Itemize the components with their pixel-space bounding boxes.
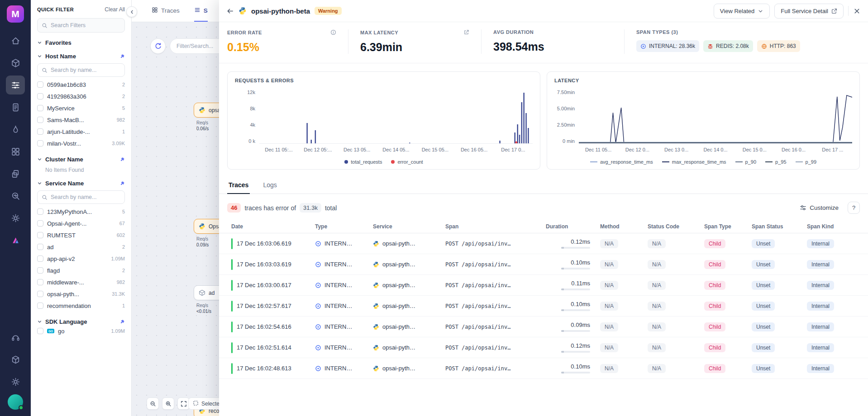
span-type-badge[interactable]: HTTP: 863 — [757, 40, 800, 52]
pin-icon[interactable] — [119, 319, 125, 325]
table-row[interactable]: 17 Dec 16:02:51.614INTERN…opsai-pyth…POS… — [219, 337, 868, 358]
column-header[interactable]: Service — [373, 223, 445, 230]
pin-icon[interactable] — [119, 181, 125, 186]
filter-item[interactable]: milan-Vostr...3.09K — [37, 137, 125, 149]
view-related-button[interactable]: View Related — [714, 4, 770, 19]
column-header[interactable]: Status Code — [648, 223, 704, 230]
filter-item[interactable]: 41929863a3062 — [37, 90, 125, 102]
favorites-section-header[interactable]: Favorites — [37, 39, 125, 46]
checkbox[interactable] — [37, 93, 43, 99]
back-button[interactable] — [226, 7, 234, 15]
filter-item[interactable]: RUMTEST602 — [37, 229, 125, 241]
filter-item[interactable]: Sams-MacB...982 — [37, 114, 125, 126]
checkbox[interactable] — [37, 255, 43, 262]
checkbox[interactable] — [37, 244, 43, 250]
filter-item[interactable]: opsai-pyth...31.3K — [37, 288, 125, 300]
logs-icon[interactable] — [6, 98, 25, 117]
user-avatar[interactable] — [8, 394, 23, 410]
filter-item[interactable]: arjun-Latitude-...1 — [37, 126, 125, 137]
help-button[interactable]: ? — [848, 202, 860, 214]
pin-icon[interactable] — [119, 54, 125, 59]
legend-item[interactable]: p_90 — [735, 159, 756, 165]
checkbox[interactable] — [37, 220, 43, 227]
checkbox[interactable] — [37, 303, 43, 309]
line-plot[interactable] — [579, 90, 852, 144]
search-by-name-input[interactable] — [51, 194, 120, 200]
filter-section-header[interactable]: Service Name — [37, 180, 125, 187]
expand-icon[interactable] — [463, 29, 469, 35]
column-header[interactable]: Method — [600, 223, 648, 230]
filter-item[interactable]: 123MyPythonA...5 — [37, 206, 125, 217]
dashboards-icon[interactable] — [6, 142, 25, 161]
column-header[interactable]: Date — [231, 223, 315, 230]
info-icon[interactable] — [330, 29, 336, 35]
table-row[interactable]: 17 Dec 16:03:03.619INTERN…opsai-pyth…POS… — [219, 254, 868, 275]
table-row[interactable]: 17 Dec 16:03:06.619INTERN…opsai-pyth…POS… — [219, 233, 868, 254]
filter-section-header[interactable]: Cluster Name — [37, 156, 125, 163]
column-header[interactable]: Span — [445, 223, 546, 230]
checkbox[interactable] — [37, 279, 43, 285]
bar-plot[interactable] — [259, 90, 533, 144]
filter-item[interactable]: app-api-v21.09M — [37, 253, 125, 265]
checkbox[interactable] — [37, 117, 43, 123]
legend-item[interactable]: avg_response_time_ms — [590, 159, 653, 165]
checkbox[interactable] — [37, 208, 43, 215]
zoom-out-button[interactable] — [147, 397, 159, 410]
infrastructure-icon[interactable] — [6, 53, 25, 72]
filter-section-header[interactable]: Host Name — [37, 53, 125, 60]
tab-service-map[interactable]: S — [194, 0, 208, 22]
gear-icon[interactable] — [6, 372, 25, 391]
pin-icon[interactable] — [119, 157, 125, 162]
table-row[interactable]: 17 Dec 16:02:48.613INTERN…opsai-pyth…POS… — [219, 358, 868, 379]
customize-button[interactable]: Customize — [800, 204, 839, 211]
column-header[interactable]: Span Status — [752, 223, 807, 230]
legend-item[interactable]: p_99 — [796, 159, 816, 165]
span-type-badge[interactable]: REDIS: 2.08k — [703, 40, 753, 52]
filter-item[interactable]: GOgo1.09M — [37, 325, 125, 337]
full-service-detail-button[interactable]: Full Service Detail — [774, 4, 844, 19]
tab-traces[interactable]: Traces — [152, 0, 180, 22]
settings-icon[interactable] — [6, 208, 25, 227]
legend-item[interactable]: p_95 — [765, 159, 786, 165]
column-header[interactable]: Type — [315, 223, 373, 230]
middleware-apm-icon[interactable] — [6, 231, 25, 250]
apm-icon[interactable] — [6, 76, 25, 95]
checkbox[interactable] — [37, 81, 43, 88]
clear-all-button[interactable]: Clear All — [105, 6, 125, 13]
filter-item[interactable]: ad2 — [37, 241, 125, 253]
search-by-name-input[interactable] — [51, 67, 120, 73]
filter-item[interactable]: flagd2 — [37, 265, 125, 276]
checkbox[interactable] — [37, 105, 43, 111]
filter-item[interactable]: middleware-...982 — [37, 276, 125, 288]
legend-item[interactable]: max_response_time_ms — [662, 159, 726, 165]
checkbox[interactable] — [37, 128, 43, 135]
span-type-badge[interactable]: INTERNAL: 28.36k — [636, 40, 699, 52]
checkbox[interactable] — [37, 267, 43, 274]
table-row[interactable]: 17 Dec 16:03:00.617INTERN…opsai-pyth…POS… — [219, 275, 868, 296]
column-header[interactable]: Span Kind — [807, 223, 868, 230]
middleware-logo[interactable]: M — [7, 5, 24, 23]
filter-item[interactable]: 0599ae1b6c832 — [37, 79, 125, 90]
collapse-panel-button[interactable] — [126, 6, 137, 17]
containers-icon[interactable] — [6, 164, 25, 183]
alerts-icon[interactable] — [6, 120, 25, 139]
tab-traces[interactable]: Traces — [227, 176, 250, 194]
close-icon[interactable] — [853, 7, 861, 15]
refresh-button[interactable] — [150, 38, 166, 54]
filter-item[interactable]: MyService5 — [37, 102, 125, 114]
package-icon[interactable] — [6, 350, 25, 369]
table-row[interactable]: 17 Dec 16:02:57.617INTERN…opsai-pyth…POS… — [219, 296, 868, 317]
filter-section-header[interactable]: SDK Language — [37, 318, 125, 325]
table-row[interactable]: 17 Dec 16:02:54.616INTERN…opsai-pyth…POS… — [219, 317, 868, 337]
checkbox[interactable] — [37, 140, 43, 147]
column-header[interactable]: Span Type — [704, 223, 752, 230]
home-icon[interactable] — [6, 31, 25, 50]
checkbox[interactable] — [37, 232, 43, 238]
legend-item[interactable]: total_requests — [344, 159, 382, 165]
filter-item[interactable]: Opsai-Agent-...67 — [37, 217, 125, 229]
tab-logs[interactable]: Logs — [262, 176, 278, 194]
filter-item[interactable]: recommendation1 — [37, 300, 125, 312]
fit-view-button[interactable] — [177, 397, 190, 410]
rum-icon[interactable] — [6, 186, 25, 205]
checkbox[interactable] — [37, 291, 43, 297]
